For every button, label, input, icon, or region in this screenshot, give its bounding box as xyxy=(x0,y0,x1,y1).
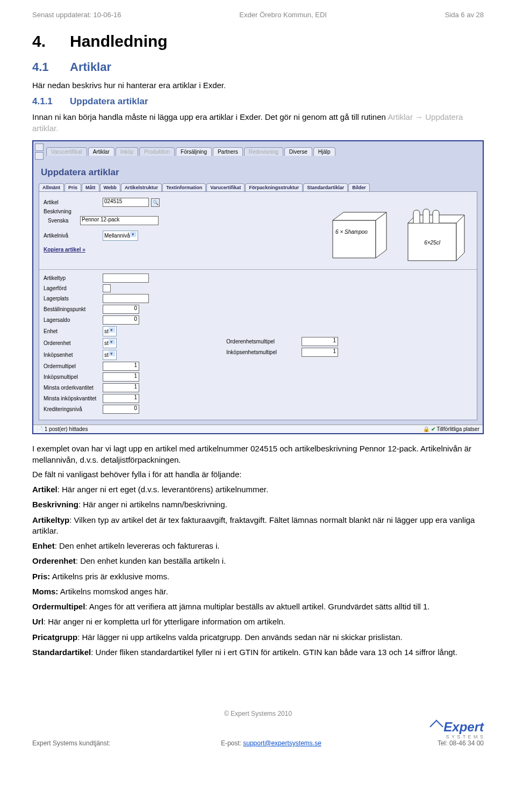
label-kreditniva: Krediteringsnivå xyxy=(44,406,103,412)
h2-number: 4.1 xyxy=(32,60,70,74)
input-artikeltyp[interactable] xyxy=(103,274,149,283)
g-ordermultipel-text: : Anges för att verifiera att jämna mult… xyxy=(85,602,429,611)
search-icon[interactable]: 🔍 xyxy=(151,198,160,207)
footer-tel: Tel: 08-46 34 00 xyxy=(432,739,484,747)
heading-h1: 4.Handledning xyxy=(32,32,484,51)
menu-hjalp[interactable]: Hjälp xyxy=(313,147,335,156)
form-area: Artikel 024515 🔍 Beskrivning Svenska Pen… xyxy=(39,191,477,420)
menu-varucertifikat[interactable]: Varucertifikat xyxy=(46,147,87,156)
label-artikelniva: Artikelnivå xyxy=(44,233,103,239)
label-orderenhetsmul: Orderenhetsmultipel xyxy=(226,339,302,344)
expert-logo: Expert S Y S T E M S xyxy=(432,721,484,739)
tab-bilder[interactable]: Bilder xyxy=(348,183,370,191)
menu-partners[interactable]: Partners xyxy=(213,147,243,156)
label-inkopsenhet: Inköpsenhet xyxy=(44,352,103,358)
menu-inkop[interactable]: Inköp xyxy=(116,147,138,156)
label-lagerford: Lagerförd xyxy=(44,285,103,291)
g-artikeltyp-label: Artikeltyp xyxy=(32,515,69,524)
input-mininkop[interactable]: 1 xyxy=(103,394,139,403)
h1-number: 4. xyxy=(32,32,70,51)
g-pricatgrupp-label: Pricatgrupp xyxy=(32,633,77,642)
label-artikel: Artikel xyxy=(44,199,103,205)
menu-artiklar[interactable]: Artiklar xyxy=(88,147,114,156)
input-lagerplats[interactable] xyxy=(103,294,149,303)
lock-icon: 🔒 xyxy=(423,426,429,432)
g-artikeltyp-text: : Vilken typ av artikel det är tex faktu… xyxy=(32,515,475,535)
input-artikel[interactable]: 024515 xyxy=(103,198,149,207)
select-inkopsenhet-value: st xyxy=(104,352,109,358)
input-minorder[interactable]: 1 xyxy=(103,383,139,392)
g-artikel-label: Artikel xyxy=(32,485,58,494)
g-pricatgrupp-text: : Här lägger ni upp artikelns valda pric… xyxy=(77,633,402,642)
g-beskrivning-text: : Här anger ni artikelns namn/beskrivnin… xyxy=(78,500,227,509)
document-header: Senast uppdaterat: 10-06-16 Exder Örebro… xyxy=(32,11,484,19)
menubar: Varucertifikat Artiklar Inköp Produktion… xyxy=(44,147,482,156)
select-artikelniva[interactable]: Mellannivå xyxy=(103,231,138,241)
logo-text: Expert xyxy=(443,720,484,734)
label-lagerplats: Lagerplats xyxy=(44,296,103,301)
status-text: 1 post(er) hittades xyxy=(45,426,88,432)
tab-varucertifikat[interactable]: Varucertifikat xyxy=(206,183,245,191)
ie-icon: 📄 xyxy=(37,426,43,432)
tab-forpackningsstruktur[interactable]: Förpackningsstruktur xyxy=(245,183,303,191)
illus-box-text: 6 × Shampoo xyxy=(335,229,368,235)
label-mininkop: Minsta inköpskvantitet xyxy=(44,396,103,401)
h3-title: Uppdatera artiklar xyxy=(70,96,148,106)
g-artikel-text: : Här anger ni ert eget (d.v.s. leverant… xyxy=(58,485,268,494)
g-pris-text: Artikelns pris är exklusive moms. xyxy=(50,572,169,581)
label-minorder: Minsta orderkvantitet xyxy=(44,385,103,391)
select-inkopsenhet[interactable]: st xyxy=(103,350,117,360)
g-moms-text: Artikelns momskod anges här. xyxy=(58,587,168,596)
subtab-bar: Allmänt Pris Mått Webb Artikelstruktur T… xyxy=(39,183,477,191)
input-lagersaldo[interactable]: 0 xyxy=(103,315,139,325)
illustration: 6 × Shampoo 6×25cl xyxy=(322,196,472,267)
illus-bottle-text: 6×25cl xyxy=(424,240,441,246)
example-text: I exemplet ovan har vi lagt upp en artik… xyxy=(32,443,484,465)
tab-webb[interactable]: Webb xyxy=(100,183,120,191)
tab-allmant[interactable]: Allmänt xyxy=(39,183,64,191)
menu-redovisning[interactable]: Redovisning xyxy=(244,147,283,156)
label-artikeltyp: Artikeltyp xyxy=(44,275,103,281)
select-orderenhet[interactable]: st xyxy=(103,338,117,348)
footer-mid-pre: E-post: xyxy=(221,739,243,747)
input-kreditniva[interactable]: 0 xyxy=(103,405,139,414)
g-pris-label: Pris: xyxy=(32,572,50,581)
tab-artikelstruktur[interactable]: Artikelstruktur xyxy=(121,183,162,191)
tab-matt[interactable]: Mått xyxy=(82,183,99,191)
g-standardartikel-label: Standardartikel xyxy=(32,648,91,657)
g-ordermultipel-label: Ordermultipel xyxy=(32,602,85,611)
glossary: Artikel: Här anger ni ert eget (d.v.s. l… xyxy=(32,484,484,658)
svg-marker-2 xyxy=(376,212,386,258)
intro-text-1: Här nedan beskrivs hur ni hanterar era a… xyxy=(32,80,484,91)
tab-textinformation[interactable]: Textinformation xyxy=(162,183,206,191)
fields-intro: De fält ni vanligast behöver fylla i för… xyxy=(32,469,484,480)
menu-diverse[interactable]: Diverse xyxy=(284,147,312,156)
tab-standardartiklar[interactable]: Standardartiklar xyxy=(303,183,348,191)
document-footer: © Expert Systems 2010 Expert Systems kun… xyxy=(32,710,484,747)
g-moms-label: Moms: xyxy=(32,587,58,596)
intro2-part-a: Innan ni kan börja handla måste ni lägga… xyxy=(32,112,388,121)
menu-forsaljning[interactable]: Försäljning xyxy=(176,147,212,156)
input-beskrivning[interactable]: Pennor 12-pack xyxy=(80,216,159,225)
checkbox-lagerford[interactable] xyxy=(103,284,111,292)
left-tool-column xyxy=(34,142,44,161)
g-orderenhet-text: : Den enhet kunden kan beställa artikeln… xyxy=(76,556,226,565)
menu-produktion[interactable]: Produktion xyxy=(139,147,175,156)
heading-h3: 4.1.1Uppdatera artiklar xyxy=(32,96,484,107)
input-bestpunkt[interactable]: 0 xyxy=(103,305,139,314)
label-bestpunkt: Beställningspunkt xyxy=(44,306,103,312)
link-kopiera-artikel[interactable]: Kopiera artikel » xyxy=(44,247,85,253)
input-orderenhetsmul[interactable]: 1 xyxy=(302,337,338,346)
input-inkopsenhetsmul[interactable]: 1 xyxy=(302,348,338,357)
status-zone: Tillförlitliga platser xyxy=(436,426,479,432)
tab-pris[interactable]: Pris xyxy=(64,183,81,191)
select-artikelniva-value: Mellannivå xyxy=(104,233,130,239)
h2-title: Artiklar xyxy=(70,60,111,74)
input-ordermultipel[interactable]: 1 xyxy=(103,362,139,371)
input-inkopsmultipel[interactable]: 1 xyxy=(103,372,139,382)
footer-left: Expert Systems kundtjänst: xyxy=(32,739,110,747)
intro-text-2: Innan ni kan börja handla måste ni lägga… xyxy=(32,111,484,134)
select-enhet[interactable]: st xyxy=(103,326,117,336)
footer-email-link[interactable]: support@expertsystems.se xyxy=(243,739,321,747)
label-inkopsmultipel: Inköpsmultipel xyxy=(44,374,103,380)
